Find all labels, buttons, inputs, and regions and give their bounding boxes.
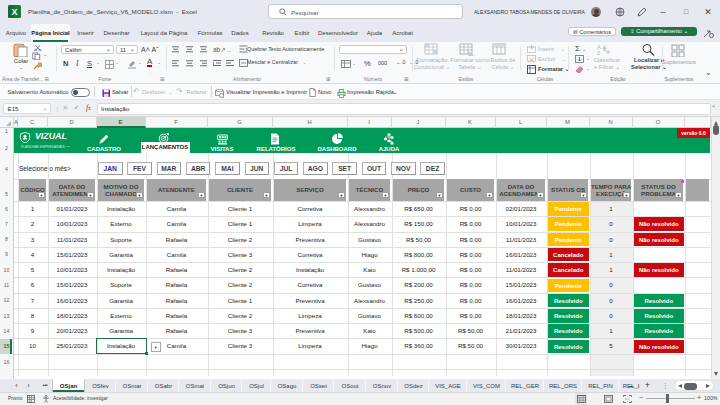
svg-text:Z: Z — [597, 50, 601, 56]
svg-text:X: X — [11, 7, 17, 17]
